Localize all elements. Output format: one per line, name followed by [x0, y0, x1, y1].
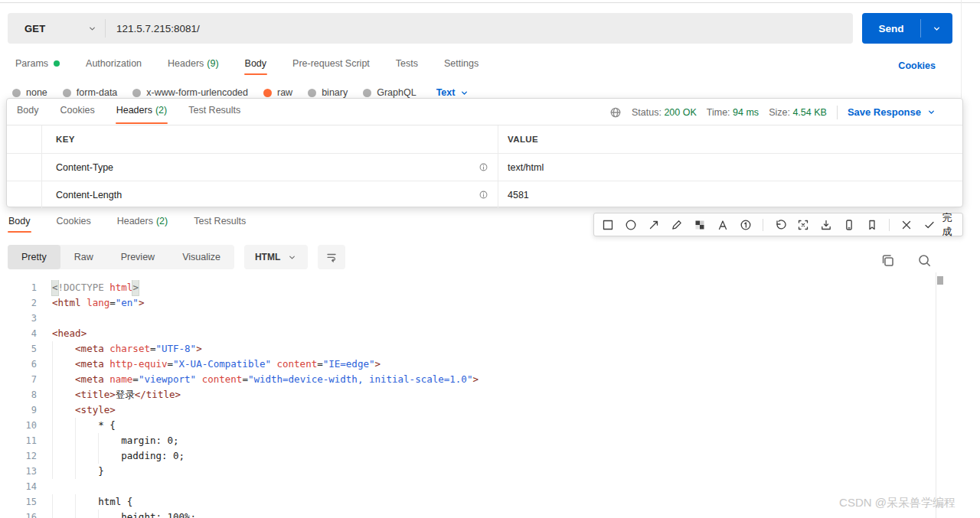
method-select[interactable]: GET	[8, 13, 105, 44]
ocr-button[interactable]	[797, 219, 809, 231]
radio-x-www-form-urlencoded[interactable]	[132, 89, 141, 97]
indent-guide	[52, 433, 75, 448]
code-text: <meta http-equiv="X-UA-Compatible" conte…	[52, 357, 381, 372]
tab-count: (2)	[155, 105, 167, 116]
radio-binary[interactable]	[308, 89, 316, 97]
radio-none[interactable]	[12, 89, 21, 97]
radio-graphql[interactable]	[363, 89, 371, 97]
view-mode-raw[interactable]: Raw	[60, 245, 107, 269]
pin-button[interactable]	[843, 219, 855, 231]
scrollbar-thumb[interactable]	[937, 276, 943, 285]
line-number: 6	[0, 357, 37, 372]
tab-label: Settings	[444, 58, 479, 69]
line-number: 1	[0, 280, 37, 295]
pen-tool-button[interactable]	[671, 219, 683, 231]
view-mode-preview[interactable]: Preview	[107, 245, 168, 269]
tab-headers[interactable]: Headers(2)	[116, 211, 169, 235]
rectangle-tool-button[interactable]	[602, 219, 614, 231]
tab-authorization[interactable]: Authorization	[85, 54, 142, 77]
key-cell: Content-Type	[42, 154, 498, 181]
view-mode-visualize[interactable]: Visualize	[168, 245, 234, 269]
response-meta: Status: 200 OK Time: 94 ms Size: 4.54 KB…	[609, 99, 936, 125]
line-number: 16	[0, 510, 37, 518]
tab-test-results[interactable]: Test Results	[188, 99, 241, 123]
tab-tests[interactable]: Tests	[395, 54, 419, 77]
wrap-line-button[interactable]	[318, 245, 345, 269]
body-type-raw[interactable]: raw	[263, 87, 292, 98]
save-response-label: Save Response	[848, 106, 921, 118]
language-select[interactable]: HTML	[244, 245, 308, 269]
tab-body[interactable]: Body	[244, 54, 268, 77]
radio-form-data[interactable]	[63, 89, 71, 97]
time-value: 94 ms	[733, 107, 759, 118]
tab-params[interactable]: Params	[15, 54, 60, 77]
done-check-button[interactable]: 完成	[923, 211, 955, 239]
undo-button[interactable]	[774, 219, 786, 231]
tab-settings[interactable]: Settings	[443, 54, 479, 77]
code-line: 2<html lang="en">	[0, 295, 936, 311]
code-line: 9<style>	[0, 402, 936, 418]
radio-raw[interactable]	[263, 89, 272, 97]
screenshot-toolbar: 完成	[593, 213, 963, 236]
tab-headers[interactable]: Headers(9)	[167, 54, 220, 77]
code-line: 16height: 100%;	[0, 510, 936, 518]
body-type-none[interactable]: none	[12, 87, 47, 98]
indent-guide	[98, 510, 121, 518]
code-line: 4<head>	[0, 326, 936, 341]
arrow-tool-button[interactable]	[648, 219, 660, 231]
copy-button[interactable]	[880, 252, 897, 269]
indent-guide	[75, 433, 98, 448]
step-number-tool-button[interactable]	[740, 219, 752, 231]
ellipse-tool-button[interactable]	[625, 219, 637, 231]
download-button[interactable]	[820, 219, 832, 231]
toolbar-divider	[889, 219, 890, 231]
code-line: 1<!DOCTYPE html>	[0, 280, 936, 295]
indent-guide	[98, 433, 121, 448]
pen-tool-icon	[671, 219, 683, 231]
tab-body[interactable]: Body	[16, 99, 40, 123]
send-button[interactable]: Send	[862, 13, 952, 44]
raw-format-label: Text	[436, 87, 456, 98]
line-number: 9	[0, 402, 37, 418]
key-text: Content-Length	[56, 190, 122, 200]
indent-guide	[52, 448, 75, 464]
method-label: GET	[24, 23, 45, 34]
search-button[interactable]	[917, 252, 934, 269]
body-type-x-www-form-urlencoded[interactable]: x-www-form-urlencoded	[132, 87, 248, 98]
code-text: <meta charset="UTF-8">	[52, 341, 202, 357]
url-input[interactable]: 121.5.7.215:8081/	[106, 23, 853, 34]
close-button[interactable]	[900, 219, 913, 231]
mosaic-tool-button[interactable]	[694, 219, 706, 231]
save-response-button[interactable]: Save Response	[848, 106, 936, 118]
info-icon	[479, 190, 488, 200]
body-type-graphql[interactable]: GraphQL	[363, 87, 416, 98]
chevron-down-icon	[459, 88, 469, 98]
bookmark-button[interactable]	[866, 219, 878, 231]
line-number: 13	[0, 464, 37, 479]
code-line: 12padding: 0;	[0, 448, 936, 464]
indent-guide	[52, 341, 75, 357]
body-type-binary[interactable]: binary	[308, 87, 348, 98]
tab-headers[interactable]: Headers(2)	[116, 99, 168, 123]
key-header-label: KEY	[56, 135, 75, 144]
tab-label: Tests	[396, 58, 418, 69]
indent-guide	[75, 510, 98, 518]
code-line: 13}	[0, 464, 936, 479]
raw-format-select[interactable]: Text	[436, 87, 470, 98]
done-label: 完成	[939, 211, 955, 239]
chevron-down-icon	[287, 252, 297, 262]
body-type-form-data[interactable]: form-data	[63, 87, 118, 98]
chevron-down-icon	[926, 107, 936, 117]
code-line: 3	[0, 311, 936, 326]
text-tool-button[interactable]	[717, 219, 729, 231]
tab-cookies[interactable]: Cookies	[56, 211, 92, 235]
response-body-code[interactable]: 1<!DOCTYPE html>2<html lang="en">34<head…	[0, 280, 936, 518]
headers-table: KEYVALUEContent-Typetext/htmlContent-Len…	[7, 125, 962, 208]
tab-pre-request-script[interactable]: Pre-request Script	[292, 54, 371, 77]
tab-test-results[interactable]: Test Results	[193, 211, 247, 235]
wrap-icon	[325, 251, 338, 263]
view-mode-pretty[interactable]: Pretty	[8, 245, 60, 269]
cookies-link[interactable]: Cookies	[898, 60, 936, 71]
tab-cookies[interactable]: Cookies	[60, 99, 96, 123]
tab-body[interactable]: Body	[8, 211, 31, 235]
